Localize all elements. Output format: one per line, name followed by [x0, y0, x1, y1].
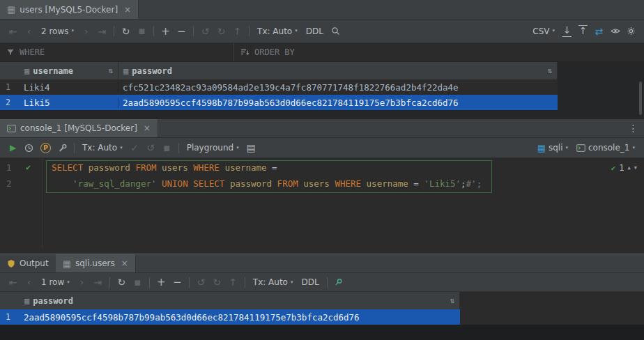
- tab-users-table[interactable]: ▦ users [MySQL5-Docker] ×: [0, 0, 139, 19]
- table-row[interactable]: 1 Liki4 cfc521c23482ac93a09584ad2e139c4a…: [0, 79, 558, 95]
- close-icon[interactable]: ×: [124, 5, 131, 15]
- tab-users-label: users [MySQL5-Docker]: [20, 5, 118, 15]
- revert-button[interactable]: ↺: [197, 23, 213, 39]
- code-line[interactable]: SELECT password FROM users WHERE usernam…: [52, 162, 277, 173]
- close-icon[interactable]: ×: [121, 258, 128, 268]
- sort-icon[interactable]: ⇅: [108, 66, 113, 75]
- row-number[interactable]: 2: [0, 98, 20, 107]
- sql-token: FROM: [135, 162, 162, 173]
- submit-button[interactable]: ↑: [225, 275, 241, 291]
- playground-mode-dropdown[interactable]: Playground ▾: [183, 140, 243, 156]
- column-header-username[interactable]: ▦ username ⇅: [20, 62, 118, 79]
- add-row-button[interactable]: +: [153, 275, 169, 291]
- previous-page-button[interactable]: ‹: [21, 275, 37, 291]
- shield-icon: [7, 259, 15, 268]
- tab-console[interactable]: console_1 [MySQL5-Docker] ×: [0, 119, 158, 137]
- cell-username[interactable]: Liki5: [20, 98, 118, 108]
- last-page-button[interactable]: ⇥: [94, 23, 110, 39]
- previous-page-button[interactable]: ‹: [21, 23, 37, 39]
- wrench-icon[interactable]: [54, 140, 70, 156]
- cell-password[interactable]: cfc521c23482ac93a09584ad2e139c4a7fc87077…: [118, 82, 558, 93]
- rollback-button[interactable]: ↺: [143, 140, 159, 156]
- separator: [114, 26, 114, 36]
- parameters-icon[interactable]: P: [40, 143, 51, 153]
- reload-button[interactable]: ↻: [118, 23, 134, 39]
- vertical-scrollbar[interactable]: [639, 82, 642, 115]
- revert-button[interactable]: ↺: [193, 275, 209, 291]
- data-extractor-dropdown[interactable]: CSV ▾: [528, 23, 559, 39]
- stop-button[interactable]: ■: [159, 140, 175, 156]
- cell-username[interactable]: Liki4: [20, 82, 118, 93]
- separator: [193, 26, 194, 36]
- executed-check-icon[interactable]: ✔: [26, 162, 31, 172]
- orderby-filter-input[interactable]: ORDER BY: [234, 43, 644, 61]
- redo-button[interactable]: ↻: [213, 23, 229, 39]
- console-tab-bar: console_1 [MySQL5-Docker] × ⋮: [0, 119, 644, 138]
- first-page-button[interactable]: ⇤: [5, 23, 21, 39]
- page-size-dropdown[interactable]: 1 row ▾: [37, 275, 74, 291]
- close-icon[interactable]: ×: [144, 123, 151, 133]
- view-as-list-icon[interactable]: ▤: [243, 140, 259, 156]
- row-header-corner[interactable]: [0, 292, 20, 309]
- history-clock-icon[interactable]: [21, 140, 37, 156]
- reload-button[interactable]: ↻: [114, 275, 130, 291]
- page-size-dropdown[interactable]: 2 rows ▾: [37, 23, 78, 39]
- table-row-selected[interactable]: 1 2aad5890595ccf4598b787b99ab563d0d66ec8…: [0, 309, 460, 325]
- commit-button[interactable]: ✓: [127, 140, 143, 156]
- first-page-button[interactable]: ⇤: [5, 275, 21, 291]
- export-data-icon[interactable]: ↓: [559, 23, 575, 39]
- schema-switcher-dropdown[interactable]: ▦ sqli ▾: [533, 140, 572, 156]
- import-data-icon[interactable]: ↑: [575, 23, 591, 39]
- ddl-label: DDL: [306, 26, 323, 36]
- last-page-button[interactable]: ⇥: [90, 275, 106, 291]
- cell-password[interactable]: 2aad5890595ccf4598b787b99ab563d0d66ec821…: [20, 312, 460, 323]
- tab-result-grid[interactable]: ▦ sqli.users ×: [56, 254, 136, 272]
- submit-button[interactable]: ↑: [229, 23, 245, 39]
- redo-button[interactable]: ↻: [209, 275, 225, 291]
- where-filter-input[interactable]: WHERE: [0, 43, 234, 61]
- cell-password[interactable]: 2aad5890595ccf4598b787b99ab563d0d66ec821…: [118, 98, 558, 108]
- more-options-icon[interactable]: ⋮: [625, 121, 641, 137]
- stop-button[interactable]: ■: [134, 23, 150, 39]
- stop-button[interactable]: ■: [130, 275, 146, 291]
- sort-icon[interactable]: ⇅: [450, 296, 454, 305]
- table-row-selected[interactable]: 2 Liki5 2aad5890595ccf4598b787b99ab563d0…: [0, 95, 558, 110]
- tx-mode-dropdown[interactable]: Tx: Auto ▾: [253, 23, 302, 39]
- code-line[interactable]: 'raw_sql_danger' UNION SELECT password F…: [52, 178, 482, 189]
- sort-icon[interactable]: ⇅: [547, 66, 552, 75]
- column-header-password[interactable]: ▦ password ⇅: [20, 292, 460, 309]
- gear-icon[interactable]: [623, 23, 639, 39]
- ddl-button[interactable]: DDL: [302, 23, 328, 39]
- tabbar-spacer: [158, 119, 625, 137]
- tab-output[interactable]: Output: [0, 254, 56, 272]
- eye-icon[interactable]: [607, 23, 623, 39]
- tx-mode-dropdown[interactable]: Tx: Auto ▾: [249, 275, 298, 291]
- search-icon[interactable]: [328, 23, 344, 39]
- delete-row-button[interactable]: −: [174, 23, 190, 39]
- transpose-icon[interactable]: ⇄: [591, 23, 607, 39]
- tx-mode-dropdown[interactable]: Tx: Auto ▾: [78, 140, 127, 156]
- grid-toolbar: ⇤ ‹ 2 rows ▾ › ⇥ ↻ ■ + − ↺ ↻ ↑ Tx: Auto …: [0, 20, 644, 43]
- add-row-button[interactable]: +: [158, 23, 174, 39]
- run-button[interactable]: ▶: [5, 140, 21, 156]
- prev-result-icon[interactable]: ▲: [628, 165, 631, 171]
- delete-row-button[interactable]: −: [169, 275, 185, 291]
- row-header-corner[interactable]: [0, 62, 20, 79]
- ddl-button[interactable]: DDL: [297, 275, 323, 291]
- next-result-icon[interactable]: ▼: [634, 165, 637, 171]
- chevron-down-icon: ▾: [565, 146, 568, 150]
- separator: [178, 143, 179, 153]
- row-number[interactable]: 1: [0, 312, 20, 322]
- session-switcher-dropdown[interactable]: console_1 ▾: [572, 140, 639, 156]
- next-page-button[interactable]: ›: [74, 275, 90, 291]
- panel-splitter[interactable]: [0, 249, 644, 254]
- column-header-password[interactable]: ▦ password ⇅: [118, 62, 558, 79]
- next-page-button[interactable]: ›: [78, 23, 94, 39]
- separator: [189, 277, 190, 288]
- row-number[interactable]: 1: [0, 82, 20, 92]
- orderby-sort-icon: [240, 48, 250, 56]
- upload-glyph: ↑: [578, 25, 588, 36]
- sql-editor[interactable]: 1 2 ✔ SELECT password FROM users WHERE u…: [0, 158, 644, 249]
- pin-tab-icon[interactable]: [331, 275, 347, 291]
- result-toolbar: ⇤ ‹ 1 row ▾ › ⇥ ↻ ■ + − ↺ ↻ ↑ Tx: Auto ▾…: [0, 273, 644, 292]
